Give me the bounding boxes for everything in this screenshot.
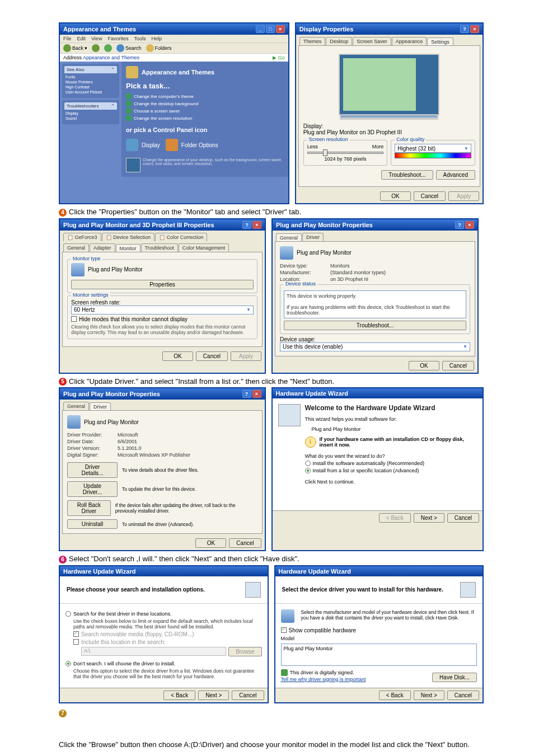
back-button[interactable]: < Back xyxy=(163,691,195,700)
forward-icon[interactable] xyxy=(92,44,100,52)
ok-button[interactable]: OK xyxy=(195,538,226,548)
rollback-driver-button[interactable]: Roll Back Driver xyxy=(67,500,111,516)
browse-button[interactable]: Browse xyxy=(228,647,261,656)
cp-icon-folder-options[interactable]: Folder Options xyxy=(166,139,218,151)
close-icon[interactable]: × xyxy=(465,221,474,229)
update-driver-button[interactable]: Update Driver... xyxy=(67,481,118,497)
task-link[interactable]: Choose a screen saver xyxy=(126,108,284,114)
folders-button[interactable]: Folders xyxy=(146,44,172,52)
tab-appearance[interactable]: Appearance xyxy=(392,37,427,45)
minimize-icon[interactable]: _ xyxy=(256,25,265,33)
side-link[interactable]: User Account Picture xyxy=(65,90,116,95)
task-link[interactable]: Change the computer's theme xyxy=(126,93,284,99)
tab-general[interactable]: General xyxy=(63,402,89,410)
radio-list[interactable]: Install from a list or specific location… xyxy=(305,468,477,473)
radio-dont-search[interactable]: Don't search. I will choose the driver t… xyxy=(65,661,262,666)
properties-button[interactable]: Properties xyxy=(71,280,254,289)
next-button[interactable]: Next > xyxy=(414,691,444,700)
address-value[interactable]: Appearance and Themes xyxy=(83,55,139,60)
radio-search-best[interactable]: Search for the best driver in these loca… xyxy=(65,611,262,617)
cancel-button[interactable]: Cancel xyxy=(447,691,479,700)
next-button[interactable]: Next > xyxy=(198,691,229,700)
tab-screensaver[interactable]: Screen Saver xyxy=(353,37,391,45)
have-disk-button[interactable]: Have Disk... xyxy=(432,673,477,682)
driver-details-button[interactable]: Driver Details... xyxy=(67,462,118,478)
close-icon[interactable]: × xyxy=(470,25,479,33)
ok-button[interactable]: OK xyxy=(162,351,193,361)
device-usage-select[interactable]: Use this device (enable)▼ xyxy=(280,342,470,351)
tab-monitor[interactable]: Monitor xyxy=(116,244,140,252)
help-icon[interactable]: ? xyxy=(242,221,251,229)
menu-view[interactable]: View xyxy=(91,36,102,41)
help-icon[interactable]: ? xyxy=(460,25,469,33)
collapse-icon[interactable]: ⌃ xyxy=(111,67,115,72)
cp-icon-display[interactable]: Display xyxy=(126,139,160,151)
hide-modes-checkbox[interactable]: Hide modes that this monitor cannot disp… xyxy=(71,316,254,322)
back-button[interactable]: Back ▾ xyxy=(63,44,87,52)
cancel-button[interactable]: Cancel xyxy=(229,538,261,548)
signing-link[interactable]: Tell me why driver signing is important xyxy=(281,677,366,682)
menu-file[interactable]: File xyxy=(63,36,72,41)
apply-button[interactable]: Apply xyxy=(448,191,479,201)
troubleshoot-button[interactable]: Troubleshoot... xyxy=(381,170,433,180)
cb-removable[interactable]: Search removable media (floppy, CD-ROM..… xyxy=(73,631,262,637)
close-icon[interactable]: × xyxy=(252,221,261,229)
go-button[interactable]: Go xyxy=(278,55,285,60)
model-listbox[interactable]: Plug and Play Monitor xyxy=(281,644,477,666)
side-link[interactable]: Display xyxy=(65,111,116,116)
refresh-rate-select[interactable]: 60 Hertz▼ xyxy=(71,306,254,314)
tab-themes[interactable]: Themes xyxy=(299,37,326,45)
up-icon[interactable] xyxy=(104,44,112,52)
cancel-button[interactable]: Cancel xyxy=(442,361,474,370)
maximize-icon[interactable]: □ xyxy=(266,25,275,33)
menu-help[interactable]: Help xyxy=(151,36,162,41)
side-link[interactable]: Mouse Pointers xyxy=(65,79,116,84)
search-button[interactable]: Search xyxy=(116,44,142,52)
tab-driver[interactable]: Driver xyxy=(302,233,324,241)
side-link[interactable]: Fonts xyxy=(65,74,116,79)
close-icon[interactable]: × xyxy=(252,390,261,398)
tab-device-selection[interactable]: 📋 Device Selection xyxy=(102,233,155,241)
side-link[interactable]: Sound xyxy=(65,116,116,121)
ok-button[interactable]: OK xyxy=(380,191,411,201)
color-quality-select[interactable]: Highest (32 bit)▼ xyxy=(395,144,471,153)
apply-button[interactable]: Apply xyxy=(231,351,261,361)
tab-desktop[interactable]: Desktop xyxy=(326,37,352,45)
back-button[interactable]: < Back xyxy=(379,513,411,523)
menu-favorites[interactable]: Favorites xyxy=(107,36,128,41)
tab-troubleshoot[interactable]: Troubleshoot xyxy=(141,243,178,252)
slider-thumb[interactable] xyxy=(323,149,327,156)
next-button[interactable]: Next > xyxy=(414,513,444,523)
tab-geforce[interactable]: 📋 GeForce3 xyxy=(63,233,101,241)
task-link[interactable]: Change the desktop background xyxy=(126,101,284,106)
side-link[interactable]: High Contrast xyxy=(65,84,116,90)
ok-button[interactable]: OK xyxy=(409,361,439,370)
uninstall-button[interactable]: Uninstall xyxy=(67,519,118,529)
cancel-button[interactable]: Cancel xyxy=(447,513,479,523)
cancel-button[interactable]: Cancel xyxy=(414,191,446,201)
troubleshoot-button[interactable]: Troubleshoot... xyxy=(284,321,466,330)
tab-general[interactable]: General xyxy=(276,233,302,242)
cancel-button[interactable]: Cancel xyxy=(196,351,228,361)
radio-auto[interactable]: Install the software automatically (Reco… xyxy=(305,461,477,466)
resolution-slider[interactable] xyxy=(307,152,384,154)
tab-color-correction[interactable]: 📋 Color Correction xyxy=(155,233,207,241)
cb-include-location[interactable]: Include this location in the search: xyxy=(73,639,262,645)
back-button[interactable]: < Back xyxy=(379,691,411,700)
show-compatible-checkbox[interactable]: Show compatible hardware xyxy=(281,627,477,633)
tab-adapter[interactable]: Adapter xyxy=(90,243,115,252)
location-input[interactable]: A:\ xyxy=(81,647,226,656)
task-link[interactable]: Change the screen resolution xyxy=(126,115,284,121)
advanced-button[interactable]: Advanced xyxy=(436,170,475,180)
tab-general[interactable]: General xyxy=(63,243,89,252)
tab-settings[interactable]: Settings xyxy=(427,37,453,46)
close-icon[interactable]: × xyxy=(276,25,285,33)
tab-color-mgmt[interactable]: Color Management xyxy=(179,243,229,252)
menu-tools[interactable]: Tools xyxy=(134,36,146,41)
help-icon[interactable]: ? xyxy=(242,390,251,398)
menu-edit[interactable]: Edit xyxy=(77,36,86,41)
tab-driver[interactable]: Driver xyxy=(90,402,111,411)
cancel-button[interactable]: Cancel xyxy=(232,691,264,700)
help-icon[interactable]: ? xyxy=(455,221,464,229)
model-item[interactable]: Plug and Play Monitor xyxy=(283,645,476,652)
